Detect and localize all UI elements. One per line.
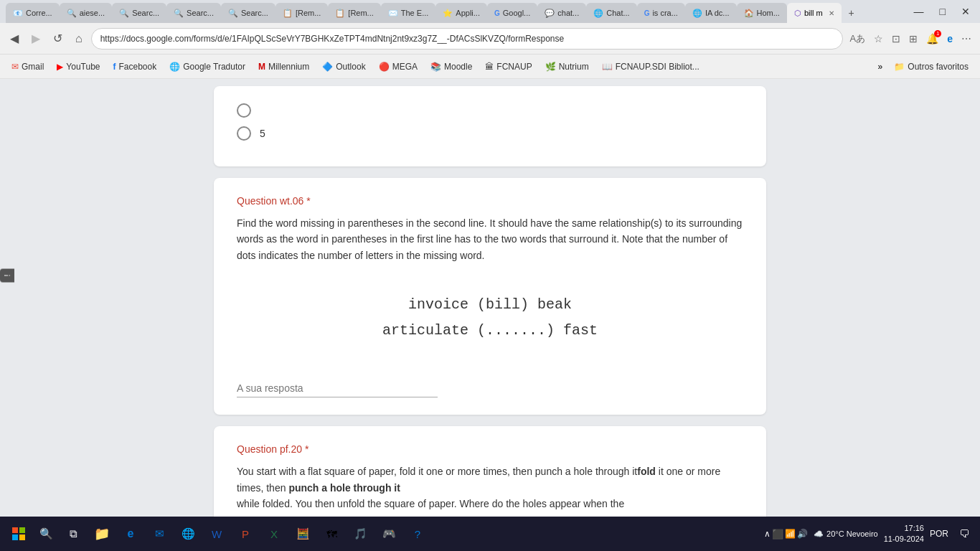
- collections-icon[interactable]: ⊞: [906, 30, 920, 47]
- weather-icon: ☁️: [814, 529, 824, 539]
- tab-search3[interactable]: 🔍Searc...: [221, 3, 275, 23]
- mega-icon: 🔴: [379, 62, 390, 72]
- split-view-icon[interactable]: ⊡: [889, 30, 903, 47]
- feedback-button[interactable]: !: [0, 268, 14, 282]
- word-puzzle-display: invoice (bill) beak articulate (.......)…: [237, 278, 743, 358]
- bookmark-tradutor[interactable]: 🌐 Google Tradutor: [164, 59, 251, 75]
- notification-center-button[interactable]: 🗨: [954, 524, 974, 544]
- answer-input-wt06[interactable]: [237, 380, 438, 397]
- chevron-up-icon[interactable]: ∧: [764, 529, 771, 539]
- forward-button[interactable]: ▶: [27, 29, 44, 48]
- puzzle-line1: invoice (bill) beak: [251, 292, 729, 318]
- wifi-icon: 📶: [785, 529, 796, 539]
- taskbar-edge[interactable]: e: [118, 521, 143, 547]
- language-indicator: POR: [930, 529, 948, 539]
- svg-rect-0: [12, 527, 18, 533]
- bookmark-fcnaup[interactable]: 🏛 FCNAUP: [479, 59, 537, 75]
- bookmark-facebook[interactable]: f Facebook: [108, 59, 163, 75]
- bookmarks-more-button[interactable]: »: [874, 59, 887, 75]
- taskbar-chrome[interactable]: 🌐: [175, 521, 201, 547]
- more-button[interactable]: ⋯: [958, 30, 974, 47]
- question-pf20-title: Question pf.20 *: [237, 443, 743, 455]
- minimize-button[interactable]: —: [910, 6, 928, 17]
- refresh-button[interactable]: ↺: [49, 29, 67, 48]
- translate-icon[interactable]: Aあ: [847, 29, 869, 48]
- home-button[interactable]: ⌂: [71, 29, 87, 48]
- bookmark-gmail[interactable]: ✉ Gmail: [6, 59, 50, 75]
- taskbar-search-button[interactable]: 🔍: [34, 522, 57, 545]
- question-pf20-card: Question pf.20 * You start with a flat s…: [214, 426, 766, 517]
- taskbar-mail[interactable]: ✉: [146, 521, 172, 547]
- taskbar-media[interactable]: 🎵: [347, 521, 373, 547]
- other-favorites-folder[interactable]: 📁 Outros favoritos: [888, 59, 974, 75]
- address-bar-icons: Aあ ☆ ⊡ ⊞ 🔔1 e ⋯: [847, 29, 974, 48]
- new-tab-button[interactable]: +: [842, 3, 862, 23]
- radio-button-blank[interactable]: [237, 103, 251, 118]
- address-input[interactable]: [91, 28, 843, 50]
- taskbar-maps[interactable]: 🗺: [319, 521, 344, 547]
- system-tray: ∧ ⬛ 📶 🔊: [764, 529, 808, 540]
- tab-correio[interactable]: 📧Corre...: [6, 3, 60, 23]
- tab-home[interactable]: 🏠Hom...: [737, 3, 787, 23]
- taskbar: 🔍 ⧉ 📁 e ✉ 🌐 W P X 🧮 🗺 🎵 🎮 ? ∧ ⬛ 📶 🔊 ☁️ 2…: [0, 517, 980, 551]
- taskbar-calc[interactable]: 🧮: [290, 521, 316, 547]
- taskbar-word[interactable]: W: [204, 521, 230, 547]
- title-bar: 📧Corre... 🔍aiese... 🔍Searc... 🔍Searc... …: [0, 0, 980, 23]
- bookmark-nutrium[interactable]: 🌿 Nutrium: [540, 59, 595, 75]
- tab-close-icon[interactable]: ✕: [829, 9, 834, 17]
- tradutor-icon: 🌐: [169, 62, 180, 72]
- prev-question-card: 5: [214, 86, 766, 166]
- clock[interactable]: 17:16 11-09-2024: [884, 523, 924, 545]
- speaker-icon: 🔊: [797, 529, 808, 539]
- tab-google[interactable]: GGoogl...: [487, 3, 537, 23]
- tab-rem1[interactable]: 📋[Rem...: [275, 3, 328, 23]
- task-view-button[interactable]: ⧉: [60, 521, 86, 547]
- radio-option-5: 5: [237, 126, 743, 141]
- tab-chat1[interactable]: 💬chat...: [537, 3, 586, 23]
- taskbar-help[interactable]: ?: [405, 521, 430, 547]
- tab-search1[interactable]: 🔍Searc...: [112, 3, 166, 23]
- edge-icon[interactable]: e: [944, 30, 956, 47]
- bookmark-mega[interactable]: 🔴 MEGA: [373, 59, 423, 75]
- close-button[interactable]: ✕: [957, 6, 974, 17]
- taskbar-powerpoint[interactable]: P: [232, 521, 258, 547]
- bookmarks-bar: ✉ Gmail ▶ YouTube f Facebook 🌐 Google Tr…: [0, 55, 980, 79]
- back-button[interactable]: ◀: [6, 29, 23, 48]
- maximize-button[interactable]: □: [936, 6, 950, 17]
- bookmark-millennium[interactable]: M Millennium: [253, 59, 315, 75]
- tab-mail[interactable]: ✉️The E...: [381, 3, 436, 23]
- puzzle-line2: articulate (.......) fast: [251, 318, 729, 344]
- radio-label-5: 5: [260, 128, 265, 139]
- svg-rect-1: [19, 527, 25, 533]
- taskbar-file-explorer[interactable]: 📁: [89, 521, 115, 547]
- tab-appli[interactable]: ⭐Appli...: [435, 3, 487, 23]
- facebook-icon: f: [113, 62, 116, 72]
- tab-rem2[interactable]: 📋[Rem...: [328, 3, 380, 23]
- tab-aiese[interactable]: 🔍aiese...: [60, 3, 112, 23]
- favorite-icon[interactable]: ☆: [871, 30, 886, 47]
- taskbar-game[interactable]: 🎮: [376, 521, 402, 547]
- windows-icon: [12, 527, 25, 540]
- tab-search2[interactable]: 🔍Searc...: [166, 3, 221, 23]
- bookmark-fcnaup-sdi[interactable]: 📖 FCNAUP.SDI Bibliot...: [596, 59, 705, 75]
- bookmark-youtube[interactable]: ▶ YouTube: [51, 59, 105, 75]
- folder-icon: 📁: [894, 62, 905, 72]
- svg-rect-3: [19, 534, 25, 540]
- bookmark-outlook[interactable]: 🔷 Outlook: [316, 59, 371, 75]
- taskbar-excel[interactable]: X: [261, 521, 287, 547]
- tab-iadc[interactable]: 🌐IA dc...: [685, 3, 737, 23]
- tab-billm[interactable]: ⬡ bill m ✕: [787, 3, 842, 23]
- youtube-icon: ▶: [57, 62, 63, 72]
- question-wt06-card: Question wt.06 * Find the word missing i…: [214, 178, 766, 415]
- radio-button-5[interactable]: [237, 126, 251, 141]
- tab-chat2[interactable]: 🌐Chat...: [586, 3, 636, 23]
- weather-widget[interactable]: ☁️ 20°C Nevoeiro: [814, 529, 878, 539]
- bookmark-moodle[interactable]: 📚 Moodle: [425, 59, 478, 75]
- tab-iscra[interactable]: Gis cra...: [637, 3, 685, 23]
- outlook-icon: 🔷: [322, 62, 333, 72]
- svg-rect-2: [12, 534, 18, 540]
- notification-icon[interactable]: 🔔1: [923, 30, 941, 47]
- start-button[interactable]: [6, 521, 32, 547]
- question-pf20-description: You start with a flat square of paper, f…: [237, 463, 743, 512]
- nutrium-icon: 🌿: [545, 62, 556, 72]
